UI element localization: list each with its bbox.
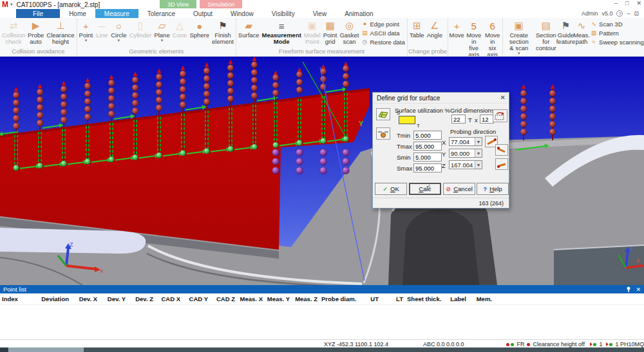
point-list-body[interactable]	[0, 305, 644, 339]
column-header-meas-y[interactable]: Meas. Y	[265, 295, 292, 302]
smin-input[interactable]	[413, 153, 442, 162]
column-header-dev-z[interactable]: Dev. Z	[128, 295, 155, 302]
calc-button[interactable]: Calc	[409, 183, 441, 195]
ribbon-item-ascii-data[interactable]: ▤ASCII data	[362, 29, 405, 37]
ribbon-item-move[interactable]: +Move	[449, 19, 464, 39]
grid-s-input[interactable]	[480, 115, 494, 124]
ok-button[interactable]: ✓ OK	[375, 183, 407, 195]
panel-close-icon[interactable]: ✕	[636, 286, 641, 293]
ribbon-item-restore-data[interactable]: ◷Restore data	[362, 38, 405, 46]
dialog-title[interactable]: Define grid for surface	[373, 93, 509, 104]
point-list-header-row[interactable]: IndexDeviationDev. XDev. YDev. ZCAD XCAD…	[0, 293, 644, 305]
grid-dimensions-label: Grid dimensions	[450, 107, 495, 114]
column-header-meas-z[interactable]: Meas. Z	[292, 295, 319, 302]
ribbon-item-circle[interactable]: ○Circle▾	[109, 19, 128, 42]
smax-input[interactable]	[413, 163, 442, 172]
column-header-probe-diam[interactable]: Probe diam.	[319, 295, 355, 302]
ribbon-item-surface[interactable]: ▰Surface	[237, 19, 261, 39]
point-list-title-bar[interactable]: Point list ✕	[0, 285, 644, 293]
simulation-button[interactable]: Simulation	[200, 0, 242, 8]
column-header-deviation[interactable]: Deviation	[35, 295, 71, 302]
column-header-cad-z[interactable]: CAD Z	[210, 295, 237, 302]
check-icon: ✓	[383, 185, 388, 192]
tab-tolerance[interactable]: Tolerance	[138, 9, 184, 18]
ribbon-item-measurement-mode[interactable]: ≡Measurement Mode	[261, 19, 303, 45]
scrollbar-thumb[interactable]	[8, 347, 84, 352]
ribbon-item-scan-3d[interactable]: ∿Scan 3D	[591, 20, 644, 28]
ribbon-item-point-grid[interactable]: ▦Point grid	[322, 19, 339, 45]
surface-select-icon-button[interactable]	[376, 108, 390, 120]
ribbon-item-probe-auto[interactable]: ▶Probe auto	[26, 19, 45, 45]
tab-file[interactable]: File	[16, 9, 60, 18]
scrollbar-left-button[interactable]	[0, 347, 8, 352]
tab-view[interactable]: View	[304, 9, 336, 18]
ribbon-item-meas-path[interactable]: ∿Meas. path	[574, 19, 589, 45]
svg-text:X: X	[636, 258, 640, 264]
ribbon-item-plane[interactable]: ▱Plane▾	[153, 19, 171, 42]
ribbon-item-sphere[interactable]: ●Sphere	[188, 19, 211, 39]
probe-move-icon-button[interactable]	[376, 127, 390, 140]
minimize-button[interactable]: –	[614, 0, 618, 6]
column-header-index[interactable]: Index	[0, 295, 35, 302]
ribbon-item-finish-element[interactable]: ⚑Finish element	[211, 19, 235, 45]
column-header-lt[interactable]: LT	[381, 295, 405, 302]
tab-window[interactable]: Window	[222, 9, 263, 18]
view-3d-button[interactable]: 3D View	[160, 0, 196, 8]
ribbon-item-angle[interactable]: ∠Angle	[426, 19, 444, 39]
column-header-mem[interactable]: Mem.	[468, 295, 494, 302]
column-header-dev-x[interactable]: Dev. X	[71, 295, 99, 302]
tab-home[interactable]: Home	[60, 9, 95, 18]
ribbon-item-section-for-contour[interactable]: ▤Section for contour	[535, 19, 558, 51]
probe-y-combo[interactable]: 90.000▼	[449, 149, 482, 158]
probe-name-indicator[interactable]: 1 PH10MQ	[606, 341, 644, 347]
ribbon-item-move-in-six-axis[interactable]: 6Move in six axis	[483, 19, 501, 57]
ribbon-minimize-icon[interactable]: ‒	[627, 10, 630, 17]
ribbon-item-create-section-scan[interactable]: ▣Create section & scan▾	[504, 19, 535, 55]
maximize-button[interactable]: □	[625, 0, 629, 6]
column-header-sheet-thick[interactable]: Sheet thick.	[405, 295, 442, 302]
viewport-3d[interactable]: Y Z X Z X	[0, 57, 644, 285]
column-header-cad-x[interactable]: CAD X	[155, 295, 182, 302]
horizontal-scrollbar[interactable]	[0, 347, 644, 352]
svg-text:Z: Z	[70, 241, 73, 248]
question-icon: ?	[483, 185, 487, 192]
help-button[interactable]: ? Help	[477, 183, 509, 195]
tab-output[interactable]: Output	[184, 9, 222, 18]
tab-visibility[interactable]: Visibility	[263, 9, 304, 18]
column-header-ut[interactable]: UT	[355, 295, 381, 302]
dialog-close-icon[interactable]: ✕	[500, 94, 506, 101]
tab-animation[interactable]: Animation	[336, 9, 382, 18]
close-button[interactable]: ✕	[636, 0, 641, 6]
ribbon-item-sweep-scanning[interactable]: ≈Sweep scanning	[591, 38, 644, 46]
ribbon-item-table[interactable]: ⊞Table	[408, 19, 426, 39]
ribbon-item-clearance-height[interactable]: ⊥Clearance height	[45, 19, 75, 45]
probe-index-indicator[interactable]: 1	[590, 341, 603, 347]
column-header-meas-x[interactable]: Meas. X	[237, 295, 265, 302]
probe-z-combo[interactable]: 167.004▼	[449, 160, 482, 169]
status-red-dot-icon	[506, 343, 509, 346]
grid-t-input[interactable]	[451, 115, 466, 124]
cancel-button[interactable]: ⊘ Cancel	[443, 183, 475, 195]
tmax-input[interactable]	[413, 142, 442, 151]
column-header-dev-y[interactable]: Dev. Y	[99, 295, 128, 302]
ribbon-pin-icon[interactable]: ⊡	[634, 10, 639, 17]
ribbon-item-point[interactable]: +Point▾	[78, 19, 95, 42]
ribbon-item-gasket-scan[interactable]: ◎Gasket scan	[338, 19, 360, 45]
help-icon[interactable]: ?	[616, 10, 623, 17]
pin-icon[interactable]	[626, 286, 631, 292]
ribbon-item-edge-point[interactable]: ●Edge point	[362, 20, 405, 28]
column-header-label[interactable]: Label	[442, 295, 468, 302]
tmin-input[interactable]	[413, 131, 442, 140]
chevron-down-icon[interactable]: ▾	[10, 2, 13, 7]
column-header-cad-y[interactable]: CAD Y	[182, 295, 210, 302]
grid-config-icon-button[interactable]	[493, 109, 507, 122]
probe-x-combo[interactable]: 77.004▼	[449, 137, 482, 146]
tab-measure[interactable]: Measure	[95, 9, 138, 18]
ribbon-item-move-in-five-axis[interactable]: 5Move in five axis	[464, 19, 483, 57]
ribbon-item-guide-feature[interactable]: ⚑Guide feature	[558, 19, 574, 45]
probe-dir-y-icon-button[interactable]	[495, 144, 508, 156]
clearance-height-indicator[interactable]: Clearance height off	[527, 341, 585, 347]
probe-dir-z-icon-button[interactable]	[495, 158, 508, 170]
ribbon-item-pattern[interactable]: ▨Pattern	[591, 29, 644, 37]
fr-indicator[interactable]: FR	[506, 341, 525, 347]
